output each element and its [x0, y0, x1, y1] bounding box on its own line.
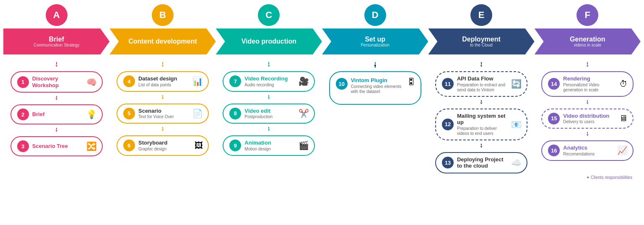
- phase-F-text: Generation videos in scale: [570, 36, 605, 48]
- phase-A-circle: A: [46, 4, 68, 26]
- step-card-2: 2 Brief 💡: [10, 104, 103, 124]
- step-card-5: 5 Scenario Text for Voice Over 📄: [117, 103, 209, 124]
- step-1-number: 1: [17, 76, 29, 88]
- step-9-content: Animation Motion design: [244, 140, 271, 152]
- step-card-13: 13 Deploying Project to the cloud ☁️: [435, 152, 527, 173]
- step-4-inner: 4 Dataset design List of data points: [123, 75, 191, 88]
- step-10-title: Vintom Plugin: [351, 77, 405, 84]
- step-3-inner: 3 Scenario Tree: [17, 140, 85, 152]
- step-9-icon: 🎬: [299, 140, 309, 150]
- phase-F: F Generation videos in scale: [535, 4, 641, 54]
- phase-B: B Content development: [109, 4, 216, 54]
- step-11-content: API Data Flow Preparation to extract and…: [457, 75, 509, 93]
- step-card-6: 6 Storyboard Graphic design 🖼: [117, 135, 209, 156]
- step-6-inner: 6 Storyboard Graphic design: [123, 140, 193, 152]
- step-9-title: Animation: [244, 140, 271, 146]
- step-16-content: Analytics Recomendations: [563, 145, 595, 157]
- column-A: 1 Discovery Workshop 🧠 2 Brief 💡: [3, 62, 109, 173]
- step-3-number: 3: [17, 140, 29, 152]
- step-9-sub: Motion design: [244, 147, 271, 152]
- column-B: 4 Dataset design List of data points 📊 5…: [109, 62, 216, 173]
- step-6-content: Storyboard Graphic design: [138, 140, 167, 152]
- step-card-3: 3 Scenario Tree 🔀: [10, 136, 103, 156]
- step-card-7: 7 Video Recording Audio recording 🎥: [223, 71, 315, 92]
- step-8-content: Video edit Postproduction: [244, 108, 273, 120]
- step-9-inner: 9 Animation Motion design: [229, 140, 297, 152]
- step-card-8: 8 Video edit Postproduction ✂️: [223, 103, 315, 124]
- step-card-14: 14 Rendering Personalized Video generati…: [541, 71, 634, 97]
- step-14-icon: ⏱: [619, 79, 628, 89]
- step-3-content: Scenario Tree: [32, 143, 68, 150]
- step-2-title: Brief: [32, 111, 45, 118]
- step-3-title: Scenario Tree: [32, 143, 68, 150]
- step-1-content: Discovery Workshop: [32, 75, 85, 88]
- step-15-sub: Delivery to users: [563, 119, 609, 124]
- phase-A: A Brief Communication Strategy: [3, 4, 109, 54]
- step-2-content: Brief: [32, 111, 45, 118]
- step-1-inner: 1 Discovery Workshop: [17, 75, 85, 88]
- step-11-inner: 11 API Data Flow Preparation to extract …: [442, 75, 509, 93]
- step-12-number: 12: [442, 119, 454, 130]
- step-8-inner: 8 Video edit Postproduction: [229, 108, 297, 120]
- phase-D-arrow: Set up Personalization: [322, 28, 428, 54]
- clients-note: ✦ Clients responsibilities: [3, 175, 641, 180]
- column-D: ▼ 10 Vintom Plugin Connecting video elem…: [322, 62, 428, 173]
- step-8-number: 8: [229, 108, 241, 119]
- step-7-title: Video Recording: [244, 75, 288, 82]
- step-5-number: 5: [123, 108, 135, 119]
- step-15-number: 15: [548, 113, 560, 124]
- step-10-sub: Connecting video elements with the datas…: [351, 84, 405, 94]
- step-11-sub: Preparation to extract and send data to …: [457, 83, 509, 93]
- step-card-12: 12 Mailing system set up Preparation to …: [435, 109, 527, 140]
- step-4-number: 4: [123, 75, 135, 87]
- phase-E-arrow: Deployment to the Cloud: [428, 28, 534, 54]
- step-6-title: Storyboard: [138, 140, 167, 146]
- phase-D: D Set up Personalization: [322, 4, 428, 54]
- step-15-inner: 15 Video distribution Delivery to users: [548, 113, 618, 125]
- phase-E: E Deployment to the Cloud: [428, 4, 534, 54]
- phase-E-text: Deployment to the Cloud: [462, 36, 501, 48]
- step-14-inner: 14 Rendering Personalized Video generati…: [548, 75, 618, 93]
- step-13-icon: ☁️: [511, 158, 522, 168]
- step-8-sub: Postproduction: [244, 114, 273, 119]
- step-10-number: 10: [336, 78, 348, 90]
- step-10-content: Vintom Plugin Connecting video elements …: [351, 77, 405, 94]
- phase-A-arrow: Brief Communication Strategy: [3, 28, 109, 54]
- step-6-number: 6: [123, 140, 135, 151]
- step-5-inner: 5 Scenario Text for Voice Over: [123, 108, 191, 120]
- step-3-icon: 🔀: [86, 141, 97, 151]
- step-6-sub: Graphic design: [138, 147, 167, 152]
- step-14-content: Rendering Personalized Video generation …: [563, 75, 618, 93]
- phase-D-title: Set up: [365, 36, 385, 43]
- step-16-icon: 📈: [617, 145, 628, 155]
- step-2-number: 2: [17, 109, 29, 120]
- step-13-title: Deploying Project to the cloud: [457, 156, 509, 169]
- step-7-icon: 🎥: [299, 76, 309, 86]
- phase-F-circle: F: [576, 4, 598, 26]
- step-card-9: 9 Animation Motion design 🎬: [223, 135, 315, 156]
- step-8-icon: ✂️: [299, 109, 309, 119]
- step-7-content: Video Recording Audio recording: [244, 75, 288, 88]
- phase-B-text: Content development: [128, 38, 197, 45]
- step-card-16: 16 Analytics Recomendations 📈: [541, 140, 634, 161]
- step-16-inner: 16 Analytics Recomendations: [548, 145, 615, 157]
- step-2-inner: 2 Brief: [17, 109, 85, 120]
- diagram: A Brief Communication Strategy B Content…: [0, 0, 644, 188]
- step-14-number: 14: [548, 78, 560, 90]
- step-5-title: Scenario: [138, 108, 174, 114]
- phase-E-title: Deployment: [462, 36, 501, 43]
- step-11-number: 11: [442, 78, 454, 90]
- phase-F-title: Generation: [570, 36, 605, 43]
- step-5-content: Scenario Text for Voice Over: [138, 108, 174, 120]
- step-9-number: 9: [229, 140, 241, 151]
- step-card-15: 15 Video distribution Delivery to users …: [541, 109, 634, 129]
- step-7-number: 7: [229, 75, 241, 87]
- phase-E-sub: to the Cloud: [470, 43, 493, 47]
- column-C: 7 Video Recording Audio recording 🎥 8 Vi…: [216, 62, 322, 173]
- step-card-11: 11 API Data Flow Preparation to extract …: [435, 71, 527, 97]
- phase-D-sub: Personalization: [361, 43, 389, 47]
- step-14-sub: Personalized Video generation in scale: [563, 83, 618, 93]
- step-12-content: Mailing system set up Preparation to del…: [457, 113, 509, 136]
- step-11-icon: 🔄: [511, 79, 522, 89]
- phase-A-text: Brief Communication Strategy: [34, 36, 80, 48]
